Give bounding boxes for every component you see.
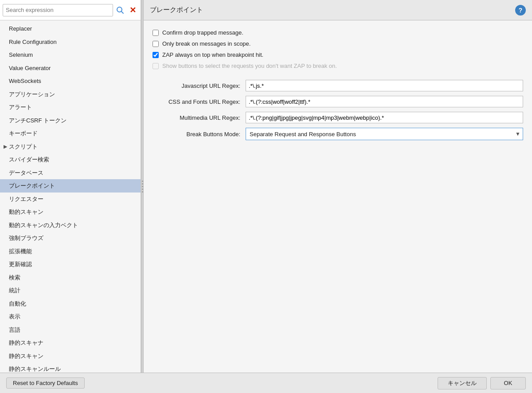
sidebar-item-websockets[interactable]: WebSockets bbox=[0, 75, 141, 88]
field-label-break-buttons-mode: Break Buttons Mode: bbox=[153, 131, 246, 138]
sidebar-item-anti-csrf[interactable]: アンチCSRF トークン bbox=[0, 114, 141, 127]
action-buttons: キャンセル OK bbox=[438, 377, 526, 389]
sidebar-item-label: 自動化 bbox=[9, 299, 26, 308]
ok-button[interactable]: OK bbox=[490, 377, 526, 389]
right-panel: ブレークポイント ? Confirm drop trapped message.… bbox=[144, 0, 532, 373]
sidebar-item-label: 強制ブラウズ bbox=[9, 234, 43, 243]
checkbox-label-only-break: Only break on messages in scope. bbox=[162, 40, 250, 47]
sidebar-item-update-check[interactable]: 更新確認 bbox=[0, 258, 141, 271]
field-input-js-url-regex[interactable] bbox=[246, 80, 523, 91]
field-row-css-url-regex: CSS and Fonts URL Regex: bbox=[153, 96, 523, 107]
sidebar-item-language[interactable]: 言語 bbox=[0, 323, 141, 337]
checkbox-label-confirm-drop: Confirm drop trapped message. bbox=[162, 29, 243, 36]
field-select-wrapper-break-buttons-mode: Separate Request and Response ButtonsSin… bbox=[246, 128, 523, 140]
resizer-dot bbox=[142, 181, 143, 182]
sidebar-item-label: WebSockets bbox=[9, 77, 41, 86]
resizer-dot bbox=[142, 189, 143, 190]
field-input-multimedia-url-regex[interactable] bbox=[246, 112, 523, 123]
sidebar-item-label: キーボード bbox=[9, 129, 38, 138]
sidebar-item-label: 表示 bbox=[9, 312, 20, 321]
sidebar-item-dynamic-scan-input[interactable]: 動的スキャンの入力ベクト bbox=[0, 219, 141, 232]
search-input[interactable] bbox=[3, 4, 113, 16]
sidebar-item-selenium[interactable]: Selenium bbox=[0, 48, 141, 62]
expand-arrow-icon: ▶ bbox=[4, 143, 7, 150]
sidebar-item-label: ブレークポイント bbox=[9, 181, 55, 190]
sidebar-item-alert[interactable]: アラート bbox=[0, 101, 141, 114]
sidebar-item-requester[interactable]: リクエスター bbox=[0, 193, 141, 206]
clear-icon: ✕ bbox=[129, 6, 136, 14]
sidebar-item-extensions[interactable]: 拡張機能 bbox=[0, 245, 141, 258]
checkbox-confirm-drop[interactable] bbox=[153, 30, 159, 36]
field-row-break-buttons-mode: Break Buttons Mode:Separate Request and … bbox=[153, 128, 523, 140]
sidebar-item-display[interactable]: 表示 bbox=[0, 310, 141, 323]
field-label-multimedia-url-regex: Multimedia URL Regex: bbox=[153, 114, 246, 121]
page-title: ブレークポイント bbox=[150, 6, 203, 14]
checkbox-zap-on-top[interactable] bbox=[153, 52, 159, 58]
resizer-dot bbox=[142, 191, 143, 193]
help-button[interactable]: ? bbox=[515, 5, 526, 16]
checkbox-row-show-buttons: Show buttons to select the requests you … bbox=[153, 63, 523, 69]
sidebar-item-spider-search[interactable]: スパイダー検索 bbox=[0, 153, 141, 166]
sidebar-item-label: アンチCSRF トークン bbox=[9, 116, 66, 125]
sidebar-item-label: 拡張機能 bbox=[9, 247, 32, 256]
sidebar-item-statistics[interactable]: 統計 bbox=[0, 284, 141, 297]
sidebar-item-label: Value Generator bbox=[9, 64, 51, 73]
sidebar-item-rule-configuration[interactable]: Rule Configuration bbox=[0, 35, 141, 49]
sidebar-item-label: データベース bbox=[9, 169, 43, 177]
sidebar-item-forced-browse[interactable]: 強制ブラウズ bbox=[0, 232, 141, 245]
search-icon bbox=[116, 6, 124, 14]
field-input-css-url-regex[interactable] bbox=[246, 96, 523, 107]
fields-section: Javascript URL Regex:CSS and Fonts URL R… bbox=[153, 80, 523, 140]
checkbox-label-show-buttons: Show buttons to select the requests you … bbox=[162, 63, 337, 69]
reset-button[interactable]: Reset to Factory Defaults bbox=[6, 377, 85, 389]
sidebar-item-label: Rule Configuration bbox=[9, 38, 57, 47]
resizer-dot bbox=[142, 183, 143, 185]
sidebar-item-static-scanner[interactable]: 静的スキャナ bbox=[0, 336, 141, 350]
sidebar-item-label: リクエスター bbox=[9, 195, 43, 204]
sidebar-item-static-scan[interactable]: 静的スキャン bbox=[0, 350, 141, 363]
sidebar-item-dynamic-scan[interactable]: 動的スキャン bbox=[0, 205, 141, 219]
right-content: Confirm drop trapped message.Only break … bbox=[144, 20, 532, 373]
sidebar-item-label: 静的スキャナ bbox=[9, 338, 43, 347]
sidebar-item-label: 静的スキャン bbox=[9, 352, 43, 361]
sidebar-item-label: 静的スキャンルール bbox=[9, 365, 61, 373]
sidebar-item-search-item[interactable]: 検索 bbox=[0, 271, 141, 284]
checkbox-row-confirm-drop: Confirm drop trapped message. bbox=[153, 29, 523, 36]
sidebar-item-label: 検索 bbox=[9, 273, 20, 282]
search-button[interactable] bbox=[115, 5, 125, 16]
sidebar-item-static-scan-rules[interactable]: 静的スキャンルール bbox=[0, 362, 141, 373]
left-panel: ✕ ReplacerRule ConfigurationSeleniumValu… bbox=[0, 0, 141, 373]
right-header: ブレークポイント ? bbox=[144, 0, 532, 20]
sidebar-item-application[interactable]: アプリケーション bbox=[0, 88, 141, 101]
sidebar-item-replacer[interactable]: Replacer bbox=[0, 22, 141, 35]
sidebar-item-label: 動的スキャンの入力ベクト bbox=[9, 221, 78, 230]
field-row-multimedia-url-regex: Multimedia URL Regex: bbox=[153, 112, 523, 123]
sidebar-item-label: アラート bbox=[9, 103, 32, 112]
sidebar-item-label: アプリケーション bbox=[9, 90, 55, 99]
sidebar-item-value-generator[interactable]: Value Generator bbox=[0, 62, 141, 75]
sidebar-item-label: Replacer bbox=[9, 24, 32, 33]
checkbox-only-break[interactable] bbox=[153, 41, 159, 47]
cancel-button[interactable]: キャンセル bbox=[438, 377, 487, 389]
nav-list: ReplacerRule ConfigurationSeleniumValue … bbox=[0, 20, 141, 373]
sidebar-item-label: 統計 bbox=[9, 286, 20, 295]
sidebar-item-scripts[interactable]: ▶スクリプト bbox=[0, 140, 141, 153]
sidebar-item-database[interactable]: データベース bbox=[0, 166, 141, 180]
checkbox-row-zap-on-top: ZAP always on top when breakpoint hit. bbox=[153, 51, 523, 58]
clear-button[interactable]: ✕ bbox=[127, 5, 138, 16]
checkbox-show-buttons bbox=[153, 63, 159, 69]
field-row-js-url-regex: Javascript URL Regex: bbox=[153, 80, 523, 91]
field-select-break-buttons-mode[interactable]: Separate Request and Response ButtonsSin… bbox=[246, 128, 523, 140]
options-section: Confirm drop trapped message.Only break … bbox=[153, 29, 523, 69]
sidebar-item-automation[interactable]: 自動化 bbox=[0, 297, 141, 310]
checkbox-row-only-break: Only break on messages in scope. bbox=[153, 40, 523, 47]
sidebar-item-keyboard[interactable]: キーボード bbox=[0, 127, 141, 140]
search-bar: ✕ bbox=[0, 0, 141, 20]
sidebar-item-label: 動的スキャン bbox=[9, 208, 43, 216]
sidebar-item-label: Selenium bbox=[9, 51, 33, 59]
checkbox-label-zap-on-top: ZAP always on top when breakpoint hit. bbox=[162, 51, 263, 58]
sidebar-item-label: 更新確認 bbox=[9, 260, 32, 269]
sidebar-item-breakpoints[interactable]: ブレークポイント bbox=[0, 179, 141, 193]
field-label-js-url-regex: Javascript URL Regex: bbox=[153, 83, 246, 89]
sidebar-item-label: 言語 bbox=[9, 326, 20, 334]
